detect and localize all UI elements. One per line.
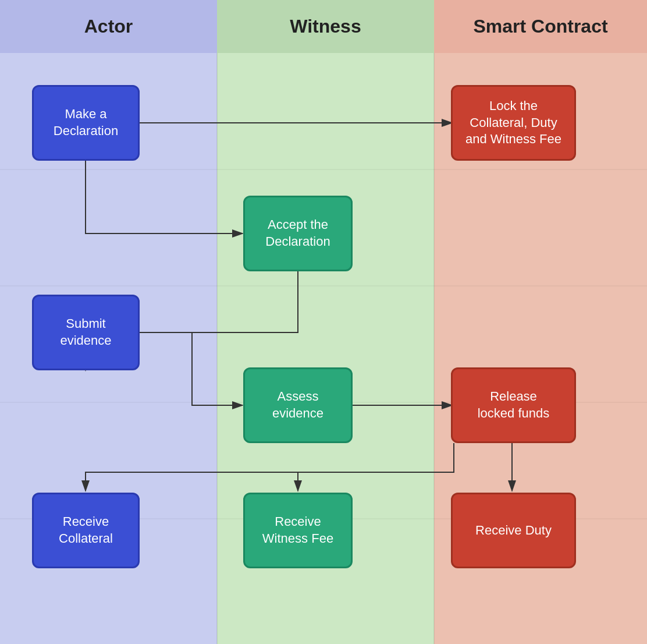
smart-label: Smart Contract [473,16,607,37]
lock-collateral-label: Lock theCollateral, Dutyand Witness Fee [465,98,561,148]
diagram-area: Make aDeclaration Lock theCollateral, Du… [0,53,647,644]
assess-evidence-label: Assessevidence [272,388,324,422]
node-release-funds: Releaselocked funds [451,367,576,443]
receive-collateral-label: ReceiveCollateral [59,514,113,547]
receive-duty-label: Receive Duty [475,522,552,539]
accept-declaration-label: Accept theDeclaration [265,217,330,250]
node-assess-evidence: Assessevidence [243,367,353,443]
submit-evidence-label: Submitevidence [60,316,111,349]
col-header-witness: Witness [217,0,434,53]
node-submit-evidence: Submitevidence [32,295,140,370]
col-header-smart: Smart Contract [434,0,647,53]
make-declaration-label: Make aDeclaration [54,106,118,139]
col-header-actor: Actor [0,0,217,53]
witness-label: Witness [290,16,361,37]
node-receive-duty: Receive Duty [451,493,576,568]
node-receive-collateral: ReceiveCollateral [32,493,140,568]
receive-witness-fee-label: ReceiveWitness Fee [262,514,333,547]
actor-label: Actor [84,16,133,37]
node-make-declaration: Make aDeclaration [32,85,140,161]
release-funds-label: Releaselocked funds [478,388,550,422]
node-accept-declaration: Accept theDeclaration [243,196,353,271]
node-lock-collateral: Lock theCollateral, Dutyand Witness Fee [451,85,576,161]
node-receive-witness-fee: ReceiveWitness Fee [243,493,353,568]
